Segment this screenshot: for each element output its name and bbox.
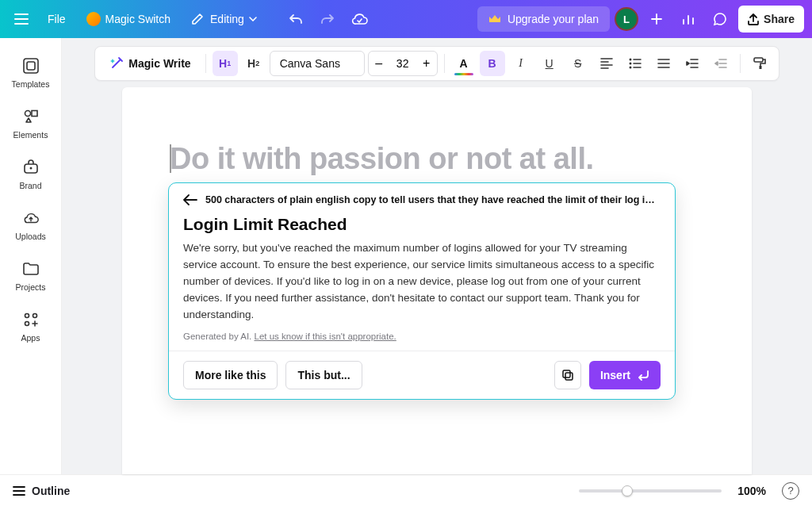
svg-point-6	[25, 314, 29, 318]
templates-icon	[22, 57, 40, 75]
ai-result-body: We're sorry, but you've reached the maxi…	[183, 240, 661, 324]
underline-button[interactable]: U	[537, 51, 562, 76]
font-size-increase-button[interactable]: +	[416, 56, 437, 71]
magic-switch-button[interactable]: Magic Switch	[79, 6, 178, 32]
undo-button[interactable]	[282, 6, 309, 32]
indent-button[interactable]	[680, 51, 705, 76]
insert-button[interactable]: Insert	[589, 361, 661, 389]
insert-return-icon	[637, 370, 649, 381]
sidebar-item-elements[interactable]: Elements	[0, 100, 61, 151]
ai-disclaimer-prefix: Generated by AI.	[183, 332, 255, 341]
ai-prompt-summary: 500 characters of plain english copy to …	[205, 194, 661, 205]
undo-icon	[289, 13, 303, 25]
ai-disclaimer: Generated by AI. Let us know if this isn…	[183, 332, 661, 341]
text-cursor-icon	[170, 144, 171, 173]
outdent-button[interactable]	[708, 51, 733, 76]
folder-icon	[22, 260, 40, 278]
zoom-slider-thumb[interactable]	[622, 485, 633, 496]
insert-label: Insert	[600, 369, 630, 381]
zoom-slider[interactable]	[579, 489, 722, 493]
font-size-stepper: – 32 +	[368, 51, 438, 76]
help-button[interactable]: ?	[782, 482, 799, 500]
editing-mode-button[interactable]: Editing	[183, 6, 265, 32]
magic-switch-label: Magic Switch	[105, 13, 170, 25]
svg-point-8	[25, 322, 29, 326]
sidebar-item-label: Projects	[16, 282, 46, 292]
add-member-button[interactable]	[643, 6, 670, 32]
format-painter-button[interactable]	[747, 51, 772, 76]
sidebar-item-apps[interactable]: Apps	[0, 303, 61, 354]
svg-point-10	[629, 63, 631, 65]
svg-point-5	[29, 167, 32, 170]
svg-rect-12	[754, 58, 763, 62]
magic-switch-icon	[86, 12, 101, 26]
share-label: Share	[764, 13, 795, 25]
list-bullet-icon	[629, 58, 642, 69]
user-avatar[interactable]: L	[615, 7, 638, 31]
magic-write-button[interactable]: Magic Write	[102, 51, 198, 76]
svg-point-11	[629, 67, 631, 69]
sidebar-item-label: Elements	[13, 130, 48, 140]
upload-icon	[748, 13, 759, 25]
svg-point-9	[629, 59, 631, 61]
left-sidebar: Templates Elements Brand Uploads Project…	[0, 38, 62, 474]
analytics-button[interactable]	[675, 6, 702, 32]
editing-label: Editing	[210, 13, 244, 25]
spacing-button[interactable]	[651, 51, 676, 76]
this-but-button[interactable]: This but...	[285, 361, 362, 389]
align-button[interactable]	[594, 51, 619, 76]
heading-1-button[interactable]: H1	[213, 51, 238, 76]
elements-icon	[22, 108, 40, 125]
file-menu-button[interactable]: File	[40, 6, 74, 32]
share-button[interactable]: Share	[738, 6, 804, 33]
plus-icon	[651, 13, 662, 25]
outline-toggle-button[interactable]: Outline	[13, 485, 70, 497]
sidebar-item-label: Templates	[12, 79, 50, 89]
sidebar-item-label: Uploads	[15, 232, 46, 241]
magic-write-popover: 500 characters of plain english copy to …	[168, 182, 676, 400]
zoom-level-label[interactable]: 100%	[737, 485, 766, 497]
h2-sub: 2	[255, 59, 259, 67]
bold-button[interactable]: B	[480, 51, 505, 76]
bullet-list-button[interactable]	[622, 51, 648, 76]
document-heading[interactable]: Do it with passion or not at all.	[170, 143, 704, 176]
h1-label: H	[219, 57, 227, 70]
text-color-a-icon: A	[460, 57, 468, 70]
svg-rect-0	[24, 59, 38, 73]
text-toolbar: Magic Write H1 H2 Canva Sans – 32 + A	[94, 46, 779, 81]
redo-button[interactable]	[314, 6, 341, 32]
sidebar-item-uploads[interactable]: Uploads	[0, 201, 61, 252]
outdent-icon	[714, 58, 727, 69]
ai-result-title: Login Limit Reached	[183, 215, 661, 234]
document-canvas[interactable]: Do it with passion or not at all. 500 ch…	[122, 87, 752, 474]
sidebar-item-label: Brand	[19, 181, 41, 190]
hamburger-menu-button[interactable]	[8, 6, 35, 32]
sidebar-item-templates[interactable]: Templates	[0, 49, 61, 100]
work-area: Magic Write H1 H2 Canva Sans – 32 + A	[62, 38, 812, 474]
font-size-value[interactable]: 32	[389, 57, 416, 70]
ai-back-button[interactable]	[183, 194, 197, 205]
sidebar-item-projects[interactable]: Projects	[0, 252, 61, 303]
top-bar: File Magic Switch Editing Upgrade your p…	[0, 0, 812, 38]
pencil-icon	[191, 13, 204, 25]
question-icon: ?	[787, 485, 793, 496]
chevron-down-icon	[249, 17, 257, 21]
strikethrough-button[interactable]: S	[565, 51, 591, 76]
upgrade-plan-button[interactable]: Upgrade your plan	[477, 6, 610, 32]
apps-icon	[22, 311, 40, 328]
comments-button[interactable]	[707, 6, 733, 32]
font-size-decrease-button[interactable]: –	[369, 56, 389, 71]
font-family-select[interactable]: Canva Sans	[270, 51, 365, 76]
text-color-button[interactable]: A	[451, 51, 477, 76]
crown-icon	[488, 13, 501, 25]
cloud-upload-icon	[22, 209, 40, 227]
copy-result-button[interactable]	[554, 361, 581, 389]
cloud-sync-button[interactable]	[346, 6, 373, 32]
sidebar-item-brand[interactable]: Brand	[0, 151, 61, 201]
more-like-this-button[interactable]: More like this	[183, 361, 278, 389]
heading-2-button[interactable]: H2	[241, 51, 266, 76]
arrow-left-icon	[183, 194, 197, 205]
ai-report-link[interactable]: Let us know if this isn't appropriate.	[255, 332, 396, 341]
redo-icon	[320, 13, 335, 25]
italic-button[interactable]: I	[508, 51, 534, 76]
